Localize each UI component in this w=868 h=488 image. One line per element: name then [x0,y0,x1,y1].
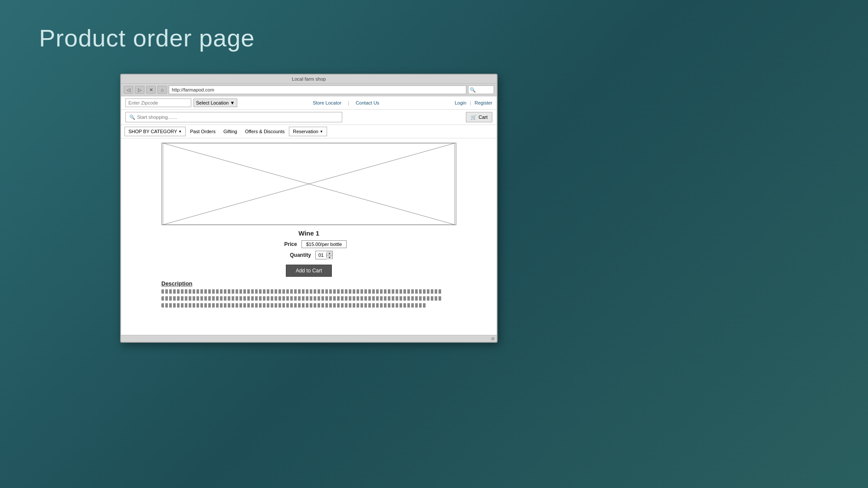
quantity-up-button[interactable]: ▲ [327,251,332,255]
nav-offers-discounts[interactable]: Offers & Discounts [242,127,288,136]
search-input[interactable] [137,115,338,120]
search-icon: 🔍 [129,115,135,120]
nav-reservation-label: Reservation [293,129,318,134]
forward-icon: ▷ [138,87,141,93]
product-details: Price $15.00/per bottle Quantity 01 ▲ ▼ [271,240,347,259]
select-location-chevron-icon: ▼ [230,100,235,105]
back-icon: ◁ [127,87,130,93]
nav-offers-label: Offers & Discounts [245,129,285,134]
product-image [161,143,456,225]
utility-center: Store Locator | Contact Us [313,100,379,105]
quantity-row: Quantity 01 ▲ ▼ [285,251,333,259]
back-button[interactable]: ◁ [124,86,133,94]
product-name: Wine 1 [298,229,319,237]
quantity-value: 01 [316,252,327,258]
select-location-label: Select Location [196,100,229,105]
product-area: Wine 1 Price $15.00/per bottle Quantity … [121,138,497,314]
zipcode-input[interactable] [125,98,191,107]
forward-button[interactable]: ▷ [135,86,144,94]
login-link[interactable]: Login [455,100,466,105]
quantity-label: Quantity [285,252,311,258]
browser-tab-title: Local farm shop [292,76,326,82]
cart-label: Cart [478,115,488,120]
nav-shop-label: SHOP BY CATEGORY [128,129,177,134]
add-to-cart-button[interactable]: Add to Cart [286,265,332,277]
status-bar: ⊘ [121,335,497,342]
browser-window: Local farm shop ◁ ▷ ✕ ⌂ 🔍 Select Locatio… [120,74,498,343]
quantity-spinner[interactable]: 01 ▲ ▼ [315,251,333,259]
description-section: Description [161,280,456,310]
search-row: 🔍 🛒 Cart [121,110,497,125]
description-line-1 [161,289,442,294]
select-location-button[interactable]: Select Location ▼ [193,98,237,107]
utility-left: Select Location ▼ [125,98,237,107]
nav-reservation-chevron-icon: ▼ [320,130,323,134]
website-content: Select Location ▼ Store Locator | Contac… [121,96,497,337]
status-icon: ⊘ [491,336,495,341]
search-bar[interactable]: 🔍 [125,112,342,122]
description-line-3 [161,303,427,308]
close-button[interactable]: ✕ [146,86,156,94]
description-title: Description [161,280,456,287]
nav-shop-chevron-icon: ▼ [178,130,182,134]
browser-search-icon: 🔍 [468,87,477,93]
nav-past-orders[interactable]: Past Orders [187,127,219,136]
home-icon: ⌂ [161,87,164,92]
spinner-buttons[interactable]: ▲ ▼ [327,251,332,259]
nav-bar: SHOP BY CATEGORY ▼ Past Orders Gifting O… [121,125,497,138]
home-button[interactable]: ⌂ [157,86,167,94]
nav-past-orders-label: Past Orders [190,129,216,134]
browser-search-box[interactable]: 🔍 [468,85,494,94]
slide-title: Product order page [39,24,255,52]
browser-toolbar: ◁ ▷ ✕ ⌂ 🔍 [121,84,497,96]
description-line-2 [161,296,442,301]
browser-titlebar: Local farm shop [121,75,497,84]
store-locator-link[interactable]: Store Locator [313,100,341,105]
close-icon: ✕ [149,87,153,93]
price-label: Price [271,241,297,247]
contact-us-link[interactable]: Contact Us [356,100,379,105]
nav-gifting[interactable]: Gifting [220,127,241,136]
utility-bar: Select Location ▼ Store Locator | Contac… [121,96,497,110]
nav-shop-by-category[interactable]: SHOP BY CATEGORY ▼ [124,127,186,136]
price-value: $15.00/per bottle [301,240,347,248]
nav-reservation[interactable]: Reservation ▼ [289,127,327,136]
quantity-down-button[interactable]: ▼ [327,255,332,259]
price-row: Price $15.00/per bottle [271,240,347,248]
address-bar[interactable] [169,85,466,94]
cart-button[interactable]: 🛒 Cart [466,112,492,122]
register-link[interactable]: Register [475,100,492,105]
utility-right: Login | Register [455,100,492,105]
nav-gifting-label: Gifting [223,129,237,134]
cart-icon: 🛒 [471,115,477,120]
